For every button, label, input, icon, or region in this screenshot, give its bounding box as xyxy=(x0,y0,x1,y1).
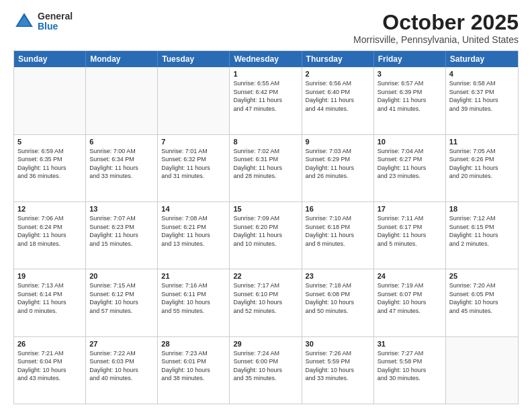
day-number: 10 xyxy=(378,138,442,146)
calendar-cell: 20Sunrise: 7:15 AM Sunset: 6:12 PM Dayli… xyxy=(86,269,158,336)
calendar-row-4: 26Sunrise: 7:21 AM Sunset: 6:04 PM Dayli… xyxy=(14,336,518,404)
calendar-cell: 19Sunrise: 7:13 AM Sunset: 6:14 PM Dayli… xyxy=(14,269,86,336)
calendar-cell xyxy=(446,337,518,404)
cell-text: Sunrise: 7:26 AM Sunset: 5:59 PM Dayligh… xyxy=(306,349,370,383)
month-title: October 2025 xyxy=(353,11,519,34)
calendar-cell: 24Sunrise: 7:19 AM Sunset: 6:07 PM Dayli… xyxy=(374,269,446,336)
cell-text: Sunrise: 7:13 AM Sunset: 6:14 PM Dayligh… xyxy=(17,281,82,315)
day-number: 15 xyxy=(233,205,298,213)
day-number: 3 xyxy=(378,70,442,78)
cell-text: Sunrise: 7:20 AM Sunset: 6:05 PM Dayligh… xyxy=(449,281,515,315)
day-number: 31 xyxy=(378,340,442,348)
day-number: 21 xyxy=(161,272,226,280)
calendar-cell: 8Sunrise: 7:02 AM Sunset: 6:31 PM Daylig… xyxy=(230,135,302,201)
day-number: 24 xyxy=(378,272,442,280)
calendar: SundayMondayTuesdayWednesdayThursdayFrid… xyxy=(13,50,519,404)
calendar-cell: 31Sunrise: 7:27 AM Sunset: 5:58 PM Dayli… xyxy=(374,337,446,404)
day-number: 20 xyxy=(89,272,154,280)
cell-text: Sunrise: 7:05 AM Sunset: 6:26 PM Dayligh… xyxy=(449,147,515,181)
cell-text: Sunrise: 7:19 AM Sunset: 6:07 PM Dayligh… xyxy=(378,281,442,315)
calendar-header: SundayMondayTuesdayWednesdayThursdayFrid… xyxy=(14,51,518,67)
calendar-cell xyxy=(86,67,158,134)
cell-text: Sunrise: 6:55 AM Sunset: 6:42 PM Dayligh… xyxy=(233,79,298,113)
day-number: 27 xyxy=(89,340,154,348)
day-number: 4 xyxy=(449,70,515,78)
logo: General Blue xyxy=(13,11,73,32)
calendar-body: 1Sunrise: 6:55 AM Sunset: 6:42 PM Daylig… xyxy=(14,67,518,404)
logo-text: General Blue xyxy=(38,11,73,32)
day-number: 8 xyxy=(233,138,298,146)
cell-text: Sunrise: 7:07 AM Sunset: 6:23 PM Dayligh… xyxy=(89,214,154,248)
calendar-cell: 10Sunrise: 7:04 AM Sunset: 6:27 PM Dayli… xyxy=(374,135,446,201)
calendar-row-1: 5Sunrise: 6:59 AM Sunset: 6:35 PM Daylig… xyxy=(14,134,518,201)
cell-text: Sunrise: 6:57 AM Sunset: 6:39 PM Dayligh… xyxy=(378,79,442,113)
cell-text: Sunrise: 7:24 AM Sunset: 6:00 PM Dayligh… xyxy=(233,349,298,383)
cell-text: Sunrise: 7:27 AM Sunset: 5:58 PM Dayligh… xyxy=(378,349,442,383)
calendar-row-0: 1Sunrise: 6:55 AM Sunset: 6:42 PM Daylig… xyxy=(14,67,518,134)
calendar-cell: 28Sunrise: 7:23 AM Sunset: 6:01 PM Dayli… xyxy=(158,337,230,404)
cell-text: Sunrise: 7:04 AM Sunset: 6:27 PM Dayligh… xyxy=(378,147,442,181)
day-number: 6 xyxy=(89,138,154,146)
calendar-cell: 30Sunrise: 7:26 AM Sunset: 5:59 PM Dayli… xyxy=(302,337,374,404)
cell-text: Sunrise: 7:00 AM Sunset: 6:34 PM Dayligh… xyxy=(89,147,154,181)
cell-text: Sunrise: 7:21 AM Sunset: 6:04 PM Dayligh… xyxy=(17,349,82,383)
day-number: 17 xyxy=(378,205,442,213)
cell-text: Sunrise: 7:22 AM Sunset: 6:03 PM Dayligh… xyxy=(89,349,154,383)
page: General Blue October 2025 Morrisville, P… xyxy=(0,0,532,411)
day-number: 16 xyxy=(306,205,370,213)
cell-text: Sunrise: 7:23 AM Sunset: 6:01 PM Dayligh… xyxy=(161,349,226,383)
day-number: 14 xyxy=(161,205,226,213)
day-number: 25 xyxy=(449,272,515,280)
header-cell-sunday: Sunday xyxy=(14,51,86,67)
calendar-cell: 15Sunrise: 7:09 AM Sunset: 6:20 PM Dayli… xyxy=(230,202,302,269)
cell-text: Sunrise: 6:59 AM Sunset: 6:35 PM Dayligh… xyxy=(17,147,82,181)
header-cell-monday: Monday xyxy=(86,51,158,67)
calendar-cell: 14Sunrise: 7:08 AM Sunset: 6:21 PM Dayli… xyxy=(158,202,230,269)
calendar-cell: 11Sunrise: 7:05 AM Sunset: 6:26 PM Dayli… xyxy=(446,135,518,201)
calendar-cell: 21Sunrise: 7:16 AM Sunset: 6:11 PM Dayli… xyxy=(158,269,230,336)
title-block: October 2025 Morrisville, Pennsylvania, … xyxy=(353,11,519,45)
header-cell-tuesday: Tuesday xyxy=(158,51,230,67)
calendar-cell: 5Sunrise: 6:59 AM Sunset: 6:35 PM Daylig… xyxy=(14,135,86,201)
day-number: 2 xyxy=(306,70,370,78)
cell-text: Sunrise: 7:12 AM Sunset: 6:15 PM Dayligh… xyxy=(449,214,515,248)
logo-general: General xyxy=(38,11,73,21)
day-number: 22 xyxy=(233,272,298,280)
header-cell-thursday: Thursday xyxy=(302,51,374,67)
day-number: 7 xyxy=(161,138,226,146)
calendar-cell: 18Sunrise: 7:12 AM Sunset: 6:15 PM Dayli… xyxy=(446,202,518,269)
calendar-cell: 17Sunrise: 7:11 AM Sunset: 6:17 PM Dayli… xyxy=(374,202,446,269)
logo-blue: Blue xyxy=(38,21,73,32)
calendar-cell: 9Sunrise: 7:03 AM Sunset: 6:29 PM Daylig… xyxy=(302,135,374,201)
header-cell-wednesday: Wednesday xyxy=(230,51,302,67)
day-number: 12 xyxy=(17,205,82,213)
cell-text: Sunrise: 7:02 AM Sunset: 6:31 PM Dayligh… xyxy=(233,147,298,181)
calendar-cell: 25Sunrise: 7:20 AM Sunset: 6:05 PM Dayli… xyxy=(446,269,518,336)
day-number: 5 xyxy=(17,138,82,146)
calendar-cell: 16Sunrise: 7:10 AM Sunset: 6:18 PM Dayli… xyxy=(302,202,374,269)
cell-text: Sunrise: 6:58 AM Sunset: 6:37 PM Dayligh… xyxy=(449,79,515,113)
calendar-cell: 13Sunrise: 7:07 AM Sunset: 6:23 PM Dayli… xyxy=(86,202,158,269)
cell-text: Sunrise: 7:16 AM Sunset: 6:11 PM Dayligh… xyxy=(161,281,226,315)
cell-text: Sunrise: 7:01 AM Sunset: 6:32 PM Dayligh… xyxy=(161,147,226,181)
day-number: 13 xyxy=(89,205,154,213)
day-number: 9 xyxy=(306,138,370,146)
calendar-cell: 12Sunrise: 7:06 AM Sunset: 6:24 PM Dayli… xyxy=(14,202,86,269)
cell-text: Sunrise: 7:10 AM Sunset: 6:18 PM Dayligh… xyxy=(306,214,370,248)
calendar-row-2: 12Sunrise: 7:06 AM Sunset: 6:24 PM Dayli… xyxy=(14,201,518,269)
logo-icon xyxy=(13,11,35,32)
calendar-cell: 26Sunrise: 7:21 AM Sunset: 6:04 PM Dayli… xyxy=(14,337,86,404)
calendar-cell: 4Sunrise: 6:58 AM Sunset: 6:37 PM Daylig… xyxy=(446,67,518,134)
calendar-cell: 22Sunrise: 7:17 AM Sunset: 6:10 PM Dayli… xyxy=(230,269,302,336)
calendar-cell: 3Sunrise: 6:57 AM Sunset: 6:39 PM Daylig… xyxy=(374,67,446,134)
calendar-cell: 1Sunrise: 6:55 AM Sunset: 6:42 PM Daylig… xyxy=(230,67,302,134)
calendar-cell xyxy=(158,67,230,134)
header-cell-saturday: Saturday xyxy=(446,51,518,67)
calendar-cell: 7Sunrise: 7:01 AM Sunset: 6:32 PM Daylig… xyxy=(158,135,230,201)
calendar-cell: 6Sunrise: 7:00 AM Sunset: 6:34 PM Daylig… xyxy=(86,135,158,201)
cell-text: Sunrise: 6:56 AM Sunset: 6:40 PM Dayligh… xyxy=(306,79,370,113)
calendar-cell: 27Sunrise: 7:22 AM Sunset: 6:03 PM Dayli… xyxy=(86,337,158,404)
header-cell-friday: Friday xyxy=(374,51,446,67)
calendar-cell xyxy=(14,67,86,134)
day-number: 19 xyxy=(17,272,82,280)
